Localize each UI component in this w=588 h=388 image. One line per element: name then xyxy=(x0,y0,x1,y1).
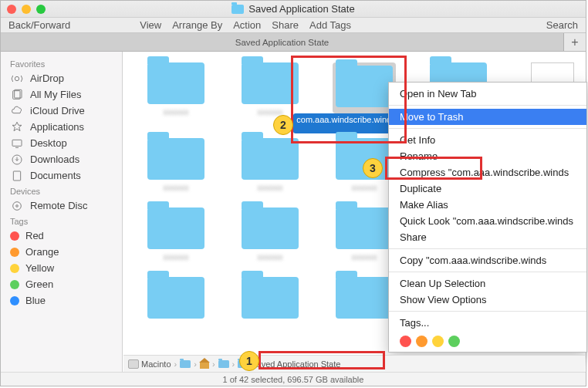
chevron-right-icon: › xyxy=(212,359,215,369)
arrange-by-menu[interactable]: Arrange By xyxy=(172,19,222,31)
sidebar-tag-green[interactable]: Green xyxy=(1,276,122,292)
hd-icon xyxy=(128,359,139,369)
context-menu-quick-look[interactable]: Quick Look "com.aaa.windscribe.winds xyxy=(389,213,586,229)
context-menu-show-view-options[interactable]: Show View Options xyxy=(389,292,586,308)
sidebar-tag-yellow[interactable]: Yellow xyxy=(1,260,122,276)
tag-color-orange[interactable] xyxy=(416,336,427,347)
sidebar-item-all-my-files[interactable]: All My Files xyxy=(1,86,122,103)
titlebar: Saved Application State xyxy=(1,1,586,18)
context-menu-make-alias[interactable]: Make Alias xyxy=(389,197,586,213)
list-item[interactable]: xxxxxx xyxy=(228,138,313,203)
traffic-lights xyxy=(7,5,46,14)
list-item[interactable]: xxxxxx xyxy=(133,62,218,133)
folder-icon xyxy=(336,66,393,107)
context-menu-separator xyxy=(389,311,586,312)
context-menu-separator xyxy=(389,128,586,129)
list-item[interactable]: xxxxxx xyxy=(228,207,313,272)
close-icon[interactable] xyxy=(7,5,16,14)
applications-icon xyxy=(10,122,24,133)
window-title: Saved Application State xyxy=(1,3,586,15)
sidebar-item-remote-disc[interactable]: Remote Disc xyxy=(1,197,122,214)
context-menu-tags[interactable]: Tags... xyxy=(389,315,586,331)
sidebar-tag-blue[interactable]: Blue xyxy=(1,292,122,309)
context-menu-get-info[interactable]: Get Info xyxy=(389,132,586,148)
share-menu[interactable]: Share xyxy=(272,19,299,31)
sidebar-tag-orange[interactable]: Orange xyxy=(1,244,122,260)
tab-saved-application-state[interactable]: Saved Application State xyxy=(1,33,564,51)
path-segment-label: Saved Application State xyxy=(251,359,340,369)
minimize-icon[interactable] xyxy=(22,5,31,14)
sidebar-header-favorites: Favorites xyxy=(1,56,122,70)
sidebar-item-label: Documents xyxy=(30,170,81,181)
new-tab-button[interactable]: + xyxy=(564,33,586,51)
path-segment[interactable] xyxy=(218,360,229,368)
context-menu-duplicate[interactable]: Duplicate xyxy=(389,181,586,197)
tag-color-green[interactable] xyxy=(448,336,460,347)
chevron-right-icon: › xyxy=(194,359,197,369)
tag-color-yellow[interactable] xyxy=(432,336,444,347)
path-bar: Macinto › › › › Saved Application State xyxy=(123,355,585,372)
path-segment-saved-application-state[interactable]: Saved Application State xyxy=(238,359,340,369)
sidebar-item-downloads[interactable]: Downloads xyxy=(1,151,122,167)
folder-icon xyxy=(218,360,229,368)
list-item[interactable] xyxy=(133,277,218,322)
item-label: xxxxxx xyxy=(258,252,283,272)
context-menu-rename[interactable]: Rename xyxy=(389,148,586,164)
list-item[interactable] xyxy=(228,277,313,322)
home-icon xyxy=(200,359,209,369)
context-menu-clean-up-selection[interactable]: Clean Up Selection xyxy=(389,275,586,292)
add-tags-menu[interactable]: Add Tags xyxy=(309,19,351,31)
folder-icon xyxy=(242,207,299,249)
item-label: xxxxxx xyxy=(258,107,283,127)
context-menu-copy[interactable]: Copy "com.aaa.windscribe.winds xyxy=(389,252,586,268)
list-item[interactable]: xxxxxx xyxy=(133,138,218,203)
sidebar-item-label: Downloads xyxy=(30,154,79,165)
folder-icon xyxy=(147,62,204,104)
folder-icon xyxy=(147,138,204,180)
remote-disc-icon xyxy=(10,201,24,211)
context-menu-separator xyxy=(389,105,586,106)
desktop-icon xyxy=(10,138,24,149)
folder-icon xyxy=(336,138,393,180)
sidebar-item-label: Yellow xyxy=(25,262,54,274)
path-segment-home[interactable] xyxy=(200,359,209,369)
tab-bar: Saved Application State + xyxy=(1,33,586,52)
item-label: xxxxxx xyxy=(164,252,189,272)
sidebar-item-documents[interactable]: Documents xyxy=(1,167,122,184)
back-forward-button[interactable]: Back/Forward xyxy=(8,19,70,31)
search-button[interactable]: Search xyxy=(546,19,578,31)
status-bar: 1 of 42 selected, 696.57 GB available xyxy=(1,372,586,386)
folder-icon xyxy=(336,277,393,319)
folder-icon xyxy=(231,5,244,14)
item-label: xxxxxx xyxy=(164,107,189,127)
svg-point-6 xyxy=(13,201,22,210)
list-item[interactable]: xxxxxx xyxy=(133,207,218,272)
context-menu-compress[interactable]: Compress "com.aaa.windscribe.winds xyxy=(389,164,586,181)
sidebar-item-airdrop[interactable]: AirDrop xyxy=(1,70,122,86)
context-menu-move-to-trash[interactable]: Move to Trash xyxy=(389,109,586,125)
sidebar-item-label: All My Files xyxy=(30,89,81,100)
tag-color-red[interactable] xyxy=(400,336,411,347)
context-menu-open-in-new-tab[interactable]: Open in New Tab xyxy=(389,86,586,102)
sidebar-item-label: Orange xyxy=(25,246,59,258)
sidebar-item-icloud-drive[interactable]: iCloud Drive xyxy=(1,103,122,119)
sidebar-item-applications[interactable]: Applications xyxy=(1,119,122,135)
path-segment[interactable] xyxy=(180,360,191,368)
view-menu[interactable]: View xyxy=(140,19,161,31)
chevron-right-icon: › xyxy=(232,359,235,369)
all-my-files-icon xyxy=(10,89,24,100)
maximize-icon[interactable] xyxy=(36,5,46,14)
sidebar-item-desktop[interactable]: Desktop xyxy=(1,135,122,151)
context-menu-separator xyxy=(389,272,586,272)
toolbar: Back/Forward View Arrange By Action Shar… xyxy=(1,18,586,33)
sidebar-item-label: Blue xyxy=(25,295,46,306)
sidebar-item-label: Green xyxy=(25,278,53,290)
tag-dot-icon xyxy=(10,296,19,305)
context-menu-share[interactable]: Share xyxy=(389,229,586,245)
action-menu[interactable]: Action xyxy=(233,19,261,31)
sidebar-tag-red[interactable]: Red xyxy=(1,228,122,244)
svg-rect-5 xyxy=(13,171,20,181)
folder-icon xyxy=(242,62,299,104)
selection-highlight xyxy=(333,62,396,113)
path-segment-macintosh[interactable]: Macinto xyxy=(128,359,171,369)
